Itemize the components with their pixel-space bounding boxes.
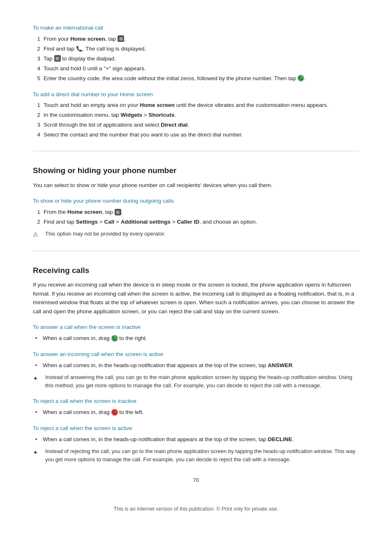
answer-inactive-item: When a call comes in, drag to the right. bbox=[33, 334, 359, 343]
answer-active-list: When a call comes in, in the heads-up no… bbox=[33, 361, 359, 370]
step-2: 2 Find and tap 📞. The call log is displa… bbox=[33, 45, 359, 53]
direct-dial-section: To add a direct dial number to your Home… bbox=[33, 90, 359, 140]
showing-hiding-heading: Showing or hiding your phone number bbox=[33, 164, 359, 176]
show-hide-note: ⚠ This option may not be provided by eve… bbox=[33, 230, 359, 239]
showing-hiding-para: You can select to show or hide your phon… bbox=[33, 181, 359, 190]
answer-inactive-list: When a call comes in, drag to the right. bbox=[33, 334, 359, 343]
reject-active-item: When a call comes in, in the heads-up no… bbox=[33, 435, 359, 444]
reject-note-text: Instead of rejecting the call, you can g… bbox=[45, 447, 359, 464]
page-footer: This is an Internet version of this publ… bbox=[33, 505, 359, 513]
red-phone-icon bbox=[111, 409, 118, 416]
step-4: 4 Touch and hold 0 until a "+" sign appe… bbox=[33, 65, 359, 73]
answer-note-text: Instead of answering the call, you can g… bbox=[45, 373, 359, 390]
direct-dial-steps: 1 Touch and hold an empty area on your H… bbox=[33, 101, 359, 139]
receiving-calls-section: Receiving calls If you receive an incomi… bbox=[33, 264, 359, 464]
sh-step-1: 1 From the Home screen, tap . bbox=[33, 208, 359, 217]
dd-step-1: 1 Touch and hold an empty area on your H… bbox=[33, 101, 359, 110]
tip-icon-2: ✦ bbox=[33, 447, 42, 464]
page-number: 70 bbox=[33, 476, 359, 484]
direct-dial-heading: To add a direct dial number to your Home… bbox=[33, 90, 359, 99]
show-hide-steps: 1 From the Home screen, tap . 2 Find and… bbox=[33, 208, 359, 227]
section-divider-1 bbox=[33, 151, 359, 151]
sh-step-2: 2 Find and tap Settings > Call > Additio… bbox=[33, 218, 359, 227]
grid-icon-2 bbox=[54, 55, 61, 62]
green-phone-icon bbox=[297, 75, 304, 81]
step-3: 3 Tap to display the dialpad. bbox=[33, 55, 359, 63]
receiving-calls-para: If you receive an incoming call when the… bbox=[33, 280, 359, 316]
dd-step-2: 2 In the customisation menu, tap Widgets… bbox=[33, 111, 359, 120]
reject-note: ✦ Instead of rejecting the call, you can… bbox=[33, 447, 359, 464]
answer-inactive-heading: To answer a call when the screen is inac… bbox=[33, 323, 359, 332]
grid-icon bbox=[118, 35, 124, 42]
section-divider-2 bbox=[33, 251, 359, 251]
intl-call-heading: To make an international call bbox=[33, 24, 359, 32]
answer-note: ✦ Instead of answering the call, you can… bbox=[33, 373, 359, 390]
show-hide-sub-heading: To show or hide your phone number during… bbox=[33, 197, 359, 206]
dd-step-3: 3 Scroll through the list of application… bbox=[33, 121, 359, 130]
answer-active-item: When a call comes in, in the heads-up no… bbox=[33, 361, 359, 370]
show-hide-note-text: This option may not be provided by every… bbox=[45, 230, 166, 239]
reject-inactive-item: When a call comes in, drag to the left. bbox=[33, 408, 359, 417]
dd-step-4: 4 Select the contact and the number that… bbox=[33, 131, 359, 139]
answer-active-heading: To answer an incoming call when the scre… bbox=[33, 350, 359, 359]
green-phone-icon-2 bbox=[111, 335, 118, 342]
intl-call-steps: 1 From your Home screen, tap . 2 Find an… bbox=[33, 35, 359, 83]
intl-call-section: To make an international call 1 From you… bbox=[33, 24, 359, 83]
grid-icon-3 bbox=[115, 209, 121, 215]
receiving-calls-heading: Receiving calls bbox=[33, 264, 359, 276]
reject-active-heading: To reject a call when the screen is acti… bbox=[33, 424, 359, 433]
reject-inactive-list: When a call comes in, drag to the left. bbox=[33, 408, 359, 417]
reject-active-list: When a call comes in, in the heads-up no… bbox=[33, 435, 359, 444]
step-1: 1 From your Home screen, tap . bbox=[33, 35, 359, 44]
tip-icon-1: ✦ bbox=[33, 373, 42, 390]
showing-hiding-section: Showing or hiding your phone number You … bbox=[33, 164, 359, 239]
step-5: 5 Enter the country code, the area code … bbox=[33, 74, 359, 83]
reject-inactive-heading: To reject a call when the screen is inac… bbox=[33, 397, 359, 406]
